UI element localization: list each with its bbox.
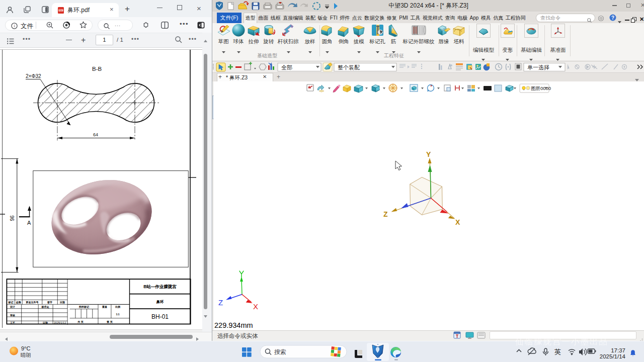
svg-text:图层0000: 图层0000 bbox=[531, 85, 551, 91]
svg-text:图样标记: 图样标记 bbox=[79, 305, 90, 309]
svg-text:BH-01: BH-01 bbox=[151, 313, 169, 320]
svg-text:更改文件号: 更改文件号 bbox=[26, 301, 39, 304]
svg-text:设计: 设计 bbox=[10, 305, 15, 308]
svg-text:共 页: 共 页 bbox=[77, 320, 83, 323]
svg-text:日期: 日期 bbox=[43, 321, 48, 325]
svg-text:X: X bbox=[455, 218, 460, 226]
svg-text:i: i bbox=[14, 24, 15, 28]
svg-text:整个装配: 整个装配 bbox=[338, 64, 360, 70]
svg-text:全部: 全部 bbox=[281, 64, 292, 70]
svg-text:单一选择: 单一选择 bbox=[527, 64, 549, 70]
svg-text:B站—作业朦胧宫: B站—作业朦胧宫 bbox=[143, 284, 177, 289]
svg-text:重量: 重量 bbox=[102, 305, 107, 308]
svg-text:X: X bbox=[253, 302, 258, 311]
svg-text:Z: Z bbox=[383, 210, 388, 218]
svg-text:64: 64 bbox=[93, 132, 98, 137]
svg-text:PDF: PDF bbox=[59, 10, 63, 12]
svg-text:鼻环: 鼻环 bbox=[156, 300, 165, 304]
svg-text:1:1: 1:1 bbox=[116, 313, 119, 316]
svg-text:晴朗: 晴朗 bbox=[21, 352, 31, 358]
svg-text:比例: 比例 bbox=[115, 305, 120, 309]
svg-text:搜索: 搜索 bbox=[274, 348, 286, 355]
svg-text:Y: Y bbox=[426, 150, 431, 158]
svg-text:工艺: 工艺 bbox=[10, 321, 15, 324]
svg-text:B-B: B-B bbox=[92, 66, 102, 72]
svg-text:日期: 日期 bbox=[60, 301, 65, 304]
svg-text:签字: 签字 bbox=[47, 301, 52, 304]
svg-text:Z: Z bbox=[218, 298, 223, 307]
svg-text:第 页: 第 页 bbox=[106, 320, 112, 323]
svg-text:17:37: 17:37 bbox=[611, 347, 625, 353]
svg-text:2×Φ32: 2×Φ32 bbox=[26, 73, 41, 79]
svg-text:处数: 处数 bbox=[16, 301, 22, 304]
svg-text:英: 英 bbox=[554, 348, 561, 355]
svg-text:9°C: 9°C bbox=[21, 345, 31, 351]
svg-text:2025/1/14: 2025/1/14 bbox=[600, 353, 626, 359]
svg-text:2025/1/12: 2025/1/12 bbox=[54, 321, 66, 324]
svg-text:A: A bbox=[27, 220, 31, 226]
svg-text:229.934mm: 229.934mm bbox=[214, 321, 253, 329]
svg-text:标准化: 标准化 bbox=[41, 305, 50, 309]
svg-text:审核: 审核 bbox=[10, 314, 15, 317]
svg-text:96: 96 bbox=[10, 215, 15, 221]
svg-text:标记: 标记 bbox=[8, 301, 14, 304]
